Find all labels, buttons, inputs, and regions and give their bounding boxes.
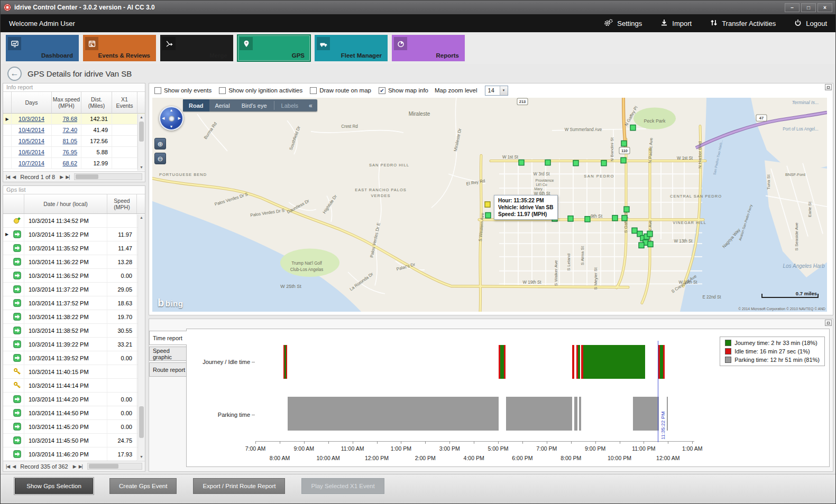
column-max-speed[interactable]: Max speed(MPH)	[52, 92, 81, 113]
pan-left-icon[interactable]: ◀	[162, 116, 164, 120]
pan-down-icon[interactable]: ▼	[170, 125, 173, 128]
gps-list-row[interactable]: 10/3/2014 11:44:14 PM	[3, 379, 145, 393]
next-record-button[interactable]: ▶	[73, 464, 76, 469]
transfer-activities-button[interactable]: Transfer Activities	[710, 18, 776, 29]
gps-marker[interactable]	[568, 216, 573, 221]
info-report-row[interactable]: ▶10/3/201478.68142.31	[3, 114, 145, 125]
gps-list-row[interactable]: 10/3/2014 11:39:22 PM33.21	[3, 338, 145, 351]
export-print-route-report-button[interactable]: Export / Print Route Report	[193, 478, 285, 494]
gps-list-row[interactable]: 10/3/2014 11:38:52 PM30.55	[3, 324, 145, 338]
create-gps-event-button[interactable]: Create Gps Event	[109, 478, 177, 494]
gps-list-row[interactable]: 10/3/2014 11:44:50 PM0.00	[3, 406, 145, 420]
map-tab-road[interactable]: Road	[183, 99, 209, 111]
timeline-cursor[interactable]	[658, 341, 658, 442]
first-record-button[interactable]: |◀	[6, 464, 10, 469]
gps-list-scrollbar[interactable]: ▲ ▼	[137, 214, 145, 460]
settings-button[interactable]: Settings	[604, 18, 642, 29]
column-speed[interactable]: Speed(MPH)	[107, 194, 137, 213]
compass-center[interactable]	[169, 116, 174, 122]
gps-list-row[interactable]: 10/3/2014 11:40:15 PM	[3, 365, 145, 379]
gps-marker[interactable]	[612, 216, 618, 221]
gps-marker[interactable]	[639, 242, 644, 248]
chart-tab-speed-graphic[interactable]: Speed graphic	[149, 347, 186, 361]
bing-map[interactable]: 21311047 MiralestePeck ParkW Summerland …	[152, 98, 827, 312]
prev-record-button[interactable]: ◀	[12, 464, 15, 469]
next-record-button[interactable]: ▶	[60, 174, 63, 180]
checkbox-icon[interactable]	[219, 87, 226, 94]
pan-up-icon[interactable]: ▲	[170, 108, 173, 112]
checkbox-draw-route-on-map[interactable]: Draw route on map	[310, 87, 371, 94]
gps-list-row[interactable]: 10/3/2014 11:36:22 PM13.28	[3, 255, 145, 269]
tab-merge[interactable]: Merge	[160, 35, 233, 61]
tab-gps[interactable]: GPS	[237, 35, 310, 61]
column-date-hour[interactable]: Date / hour (local)	[24, 194, 107, 213]
scroll-up-icon[interactable]: ▲	[138, 114, 145, 120]
gps-marker[interactable]	[545, 160, 550, 165]
show-gps-selection-button[interactable]: Show Gps Selection	[15, 478, 93, 494]
tab-dashboard[interactable]: Dashboard	[6, 35, 79, 61]
gps-marker[interactable]	[648, 241, 653, 247]
last-record-button[interactable]: ▶|	[79, 464, 82, 469]
tab-reports[interactable]: Reports	[392, 35, 465, 61]
back-button[interactable]: ←	[7, 67, 22, 81]
gps-list-row[interactable]: 10/3/2014 11:37:52 PM18.63	[3, 296, 145, 310]
pan-right-icon[interactable]: ▶	[178, 116, 181, 120]
gps-marker[interactable]	[573, 161, 578, 166]
chart-tab-route-report[interactable]: Route report	[149, 362, 186, 377]
gps-marker[interactable]	[621, 157, 626, 163]
play-selected-x1-event-button[interactable]: Play Selected X1 Event	[301, 478, 384, 494]
gps-list-row[interactable]: 10/3/2014 11:38:22 PM19.70	[3, 310, 145, 324]
gps-list-row[interactable]: 10/3/2014 11:34:52 PM	[3, 214, 145, 228]
gps-marker[interactable]	[485, 212, 491, 218]
column-distance[interactable]: Dist.(Miles)	[81, 92, 112, 113]
first-record-button[interactable]: |◀	[6, 174, 10, 180]
gps-marker[interactable]	[519, 160, 524, 165]
info-horizontal-scrollbar[interactable]	[74, 173, 142, 180]
gps-marker[interactable]	[632, 228, 637, 233]
map-zoom-out-button[interactable]: ⊖	[154, 153, 166, 164]
gps-horizontal-scrollbar[interactable]	[87, 463, 142, 470]
scroll-down-icon[interactable]: ▼	[138, 164, 145, 171]
tab-events-reviews[interactable]: Events & Reviews	[83, 35, 156, 61]
map-tabs-collapse-icon[interactable]: «	[304, 99, 317, 111]
chevron-down-icon[interactable]: ▼	[500, 86, 508, 95]
minimize-button[interactable]: –	[785, 3, 800, 12]
gps-marker[interactable]	[647, 231, 653, 236]
info-report-row[interactable]: 10/5/201481.05172.56	[3, 136, 145, 147]
logout-button[interactable]: Logout	[794, 18, 827, 29]
checkbox-icon[interactable]	[154, 87, 161, 94]
gps-marker[interactable]	[601, 161, 607, 166]
map-tab-birds-eye[interactable]: Bird's eye	[236, 99, 273, 111]
maximize-button[interactable]: □	[801, 3, 816, 12]
gps-list-row[interactable]: 10/3/2014 11:45:20 PM0.00	[3, 420, 145, 434]
map-area[interactable]: 21311047 MiralestePeck ParkW Summerland …	[152, 98, 827, 312]
gps-list-row[interactable]: 10/3/2014 11:44:20 PM0.00	[3, 393, 145, 406]
column-days[interactable]: Days	[12, 92, 52, 113]
gps-list-row[interactable]: 10/3/2014 11:39:52 PM0.00	[3, 351, 145, 365]
gps-list-row[interactable]: 10/3/2014 11:46:20 PM17.93	[3, 447, 145, 461]
chart-tab-time-report[interactable]: Time report	[149, 331, 187, 345]
column-x1-events[interactable]: X1 Events	[112, 92, 137, 113]
map-zoom-in-button[interactable]: ⊕	[154, 138, 166, 150]
gps-list-row[interactable]: 10/3/2014 11:45:50 PM24.75	[3, 434, 145, 447]
scroll-down-icon[interactable]: ▼	[138, 454, 145, 460]
checkbox-show-map-info[interactable]: ✔Show map info	[379, 87, 428, 94]
import-button[interactable]: Import	[660, 18, 692, 29]
map-tab-labels[interactable]: Labels	[275, 99, 304, 111]
checkbox-icon[interactable]: ✔	[379, 87, 385, 94]
map-zoom-dropdown[interactable]: 14 ▼	[485, 86, 508, 96]
map-compass-control[interactable]: ▲ ▼ ◀ ▶	[159, 106, 183, 130]
gps-list-row[interactable]: ▶10/3/2014 11:35:22 PM11.97	[3, 228, 145, 241]
checkbox-show-only-ignition-activities[interactable]: Show only ignition activities	[219, 87, 302, 94]
info-report-scrollbar[interactable]: ▲ ▼	[137, 114, 145, 171]
checkbox-icon[interactable]	[310, 87, 317, 94]
gps-marker[interactable]	[630, 125, 636, 130]
scroll-up-icon[interactable]: ▲	[138, 214, 145, 221]
info-report-row[interactable]: 10/7/201468.6212.99	[3, 158, 145, 169]
info-report-row[interactable]: 10/6/201476.955.88	[3, 147, 145, 158]
last-record-button[interactable]: ▶|	[66, 174, 69, 180]
collapse-map-panel-button[interactable]	[825, 84, 832, 90]
close-button[interactable]: ×	[817, 3, 832, 12]
gps-marker[interactable]	[624, 207, 629, 212]
gps-list-row[interactable]: 10/3/2014 11:37:22 PM29.05	[3, 283, 145, 296]
